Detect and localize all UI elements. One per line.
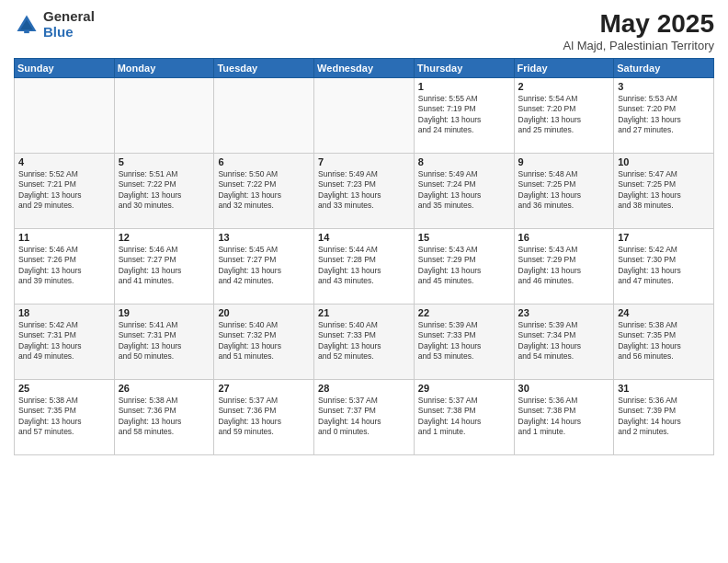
- day-info: Sunrise: 5:42 AM Sunset: 7:30 PM Dayligh…: [618, 245, 710, 287]
- calendar-title: May 2025: [563, 9, 715, 39]
- day-number: 16: [518, 232, 610, 243]
- calendar-week-4: 18Sunrise: 5:42 AM Sunset: 7:31 PM Dayli…: [15, 304, 714, 380]
- calendar-week-5: 25Sunrise: 5:38 AM Sunset: 7:35 PM Dayli…: [15, 380, 714, 455]
- day-number: 5: [119, 156, 210, 167]
- day-number: 30: [518, 383, 610, 394]
- day-info: Sunrise: 5:49 AM Sunset: 7:24 PM Dayligh…: [418, 169, 510, 212]
- calendar-cell: 27Sunrise: 5:37 AM Sunset: 7:36 PM Dayli…: [214, 380, 314, 455]
- day-number: 23: [518, 307, 610, 318]
- calendar-cell: 25Sunrise: 5:38 AM Sunset: 7:35 PM Dayli…: [15, 380, 115, 455]
- day-number: 20: [218, 307, 310, 318]
- day-number: 25: [18, 383, 110, 394]
- calendar-cell: 22Sunrise: 5:39 AM Sunset: 7:33 PM Dayli…: [414, 304, 514, 380]
- calendar-cell: 8Sunrise: 5:49 AM Sunset: 7:24 PM Daylig…: [414, 154, 514, 229]
- day-info: Sunrise: 5:39 AM Sunset: 7:33 PM Dayligh…: [418, 320, 510, 362]
- day-info: Sunrise: 5:44 AM Sunset: 7:28 PM Dayligh…: [318, 245, 410, 287]
- day-info: Sunrise: 5:43 AM Sunset: 7:29 PM Dayligh…: [418, 245, 510, 287]
- calendar-cell: 7Sunrise: 5:49 AM Sunset: 7:23 PM Daylig…: [314, 154, 415, 229]
- day-number: 13: [218, 232, 310, 243]
- day-info: Sunrise: 5:40 AM Sunset: 7:32 PM Dayligh…: [218, 320, 310, 362]
- day-number: 21: [318, 307, 410, 318]
- calendar-cell: 10Sunrise: 5:47 AM Sunset: 7:25 PM Dayli…: [614, 154, 714, 229]
- calendar-week-2: 4Sunrise: 5:52 AM Sunset: 7:21 PM Daylig…: [15, 154, 714, 229]
- day-info: Sunrise: 5:53 AM Sunset: 7:20 PM Dayligh…: [618, 94, 710, 136]
- day-info: Sunrise: 5:55 AM Sunset: 7:19 PM Dayligh…: [418, 94, 510, 136]
- day-info: Sunrise: 5:37 AM Sunset: 7:36 PM Dayligh…: [218, 396, 310, 438]
- day-info: Sunrise: 5:46 AM Sunset: 7:26 PM Dayligh…: [18, 245, 110, 287]
- day-info: Sunrise: 5:37 AM Sunset: 7:38 PM Dayligh…: [418, 396, 510, 438]
- header-row: Sunday Monday Tuesday Wednesday Thursday…: [15, 59, 714, 78]
- calendar-cell: [15, 78, 115, 154]
- day-info: Sunrise: 5:42 AM Sunset: 7:31 PM Dayligh…: [18, 320, 110, 362]
- calendar-cell: 30Sunrise: 5:36 AM Sunset: 7:38 PM Dayli…: [514, 380, 614, 455]
- calendar-cell: 3Sunrise: 5:53 AM Sunset: 7:20 PM Daylig…: [614, 78, 714, 154]
- calendar-cell: 19Sunrise: 5:41 AM Sunset: 7:31 PM Dayli…: [114, 304, 214, 380]
- day-number: 6: [218, 156, 310, 167]
- day-info: Sunrise: 5:41 AM Sunset: 7:31 PM Dayligh…: [119, 320, 210, 362]
- day-info: Sunrise: 5:48 AM Sunset: 7:25 PM Dayligh…: [518, 169, 610, 212]
- calendar-table: Sunday Monday Tuesday Wednesday Thursday…: [14, 58, 714, 455]
- day-info: Sunrise: 5:47 AM Sunset: 7:25 PM Dayligh…: [618, 169, 710, 212]
- day-number: 17: [618, 232, 710, 243]
- day-info: Sunrise: 5:37 AM Sunset: 7:37 PM Dayligh…: [318, 396, 410, 438]
- day-number: 11: [18, 232, 110, 243]
- col-saturday: Saturday: [614, 59, 714, 78]
- calendar-cell: 4Sunrise: 5:52 AM Sunset: 7:21 PM Daylig…: [15, 154, 115, 229]
- page: General Blue May 2025 Al Majd, Palestini…: [0, 0, 728, 563]
- col-wednesday: Wednesday: [314, 59, 415, 78]
- col-thursday: Thursday: [414, 59, 514, 78]
- day-number: 28: [318, 383, 410, 394]
- calendar-cell: 29Sunrise: 5:37 AM Sunset: 7:38 PM Dayli…: [414, 380, 514, 455]
- calendar-cell: 28Sunrise: 5:37 AM Sunset: 7:37 PM Dayli…: [314, 380, 415, 455]
- calendar-cell: 17Sunrise: 5:42 AM Sunset: 7:30 PM Dayli…: [614, 229, 714, 304]
- calendar-cell: 18Sunrise: 5:42 AM Sunset: 7:31 PM Dayli…: [15, 304, 115, 380]
- logo-text: General Blue: [43, 9, 95, 40]
- calendar-cell: 2Sunrise: 5:54 AM Sunset: 7:20 PM Daylig…: [514, 78, 614, 154]
- day-number: 22: [418, 307, 510, 318]
- day-info: Sunrise: 5:45 AM Sunset: 7:27 PM Dayligh…: [218, 245, 310, 287]
- day-info: Sunrise: 5:54 AM Sunset: 7:20 PM Dayligh…: [518, 94, 610, 136]
- calendar-cell: 11Sunrise: 5:46 AM Sunset: 7:26 PM Dayli…: [15, 229, 115, 304]
- col-monday: Monday: [114, 59, 214, 78]
- calendar-cell: 1Sunrise: 5:55 AM Sunset: 7:19 PM Daylig…: [414, 78, 514, 154]
- calendar-cell: 16Sunrise: 5:43 AM Sunset: 7:29 PM Dayli…: [514, 229, 614, 304]
- calendar-cell: [214, 78, 314, 154]
- calendar-subtitle: Al Majd, Palestinian Territory: [563, 39, 715, 52]
- calendar-cell: 24Sunrise: 5:38 AM Sunset: 7:35 PM Dayli…: [614, 304, 714, 380]
- calendar-week-3: 11Sunrise: 5:46 AM Sunset: 7:26 PM Dayli…: [15, 229, 714, 304]
- col-tuesday: Tuesday: [214, 59, 314, 78]
- day-number: 24: [618, 307, 710, 318]
- logo-general: General: [43, 9, 95, 25]
- day-info: Sunrise: 5:51 AM Sunset: 7:22 PM Dayligh…: [119, 169, 210, 212]
- col-sunday: Sunday: [15, 59, 115, 78]
- day-info: Sunrise: 5:36 AM Sunset: 7:39 PM Dayligh…: [618, 396, 710, 438]
- title-block: May 2025 Al Majd, Palestinian Territory: [563, 9, 715, 52]
- calendar-cell: 12Sunrise: 5:46 AM Sunset: 7:27 PM Dayli…: [114, 229, 214, 304]
- header: General Blue May 2025 Al Majd, Palestini…: [14, 9, 714, 52]
- day-number: 3: [618, 81, 710, 92]
- day-info: Sunrise: 5:52 AM Sunset: 7:21 PM Dayligh…: [18, 169, 110, 212]
- day-number: 4: [18, 156, 110, 167]
- day-info: Sunrise: 5:50 AM Sunset: 7:22 PM Dayligh…: [218, 169, 310, 212]
- calendar-cell: 31Sunrise: 5:36 AM Sunset: 7:39 PM Dayli…: [614, 380, 714, 455]
- day-info: Sunrise: 5:43 AM Sunset: 7:29 PM Dayligh…: [518, 245, 610, 287]
- day-number: 10: [618, 156, 710, 167]
- calendar-cell: 23Sunrise: 5:39 AM Sunset: 7:34 PM Dayli…: [514, 304, 614, 380]
- logo-blue: Blue: [43, 25, 95, 40]
- day-info: Sunrise: 5:38 AM Sunset: 7:35 PM Dayligh…: [18, 396, 110, 438]
- day-number: 15: [418, 232, 510, 243]
- calendar-cell: 15Sunrise: 5:43 AM Sunset: 7:29 PM Dayli…: [414, 229, 514, 304]
- day-info: Sunrise: 5:39 AM Sunset: 7:34 PM Dayligh…: [518, 320, 610, 362]
- day-number: 12: [119, 232, 210, 243]
- calendar-week-1: 1Sunrise: 5:55 AM Sunset: 7:19 PM Daylig…: [15, 78, 714, 154]
- calendar-cell: 14Sunrise: 5:44 AM Sunset: 7:28 PM Dayli…: [314, 229, 415, 304]
- day-number: 2: [518, 81, 610, 92]
- day-number: 19: [119, 307, 210, 318]
- calendar-cell: 13Sunrise: 5:45 AM Sunset: 7:27 PM Dayli…: [214, 229, 314, 304]
- day-number: 31: [618, 383, 710, 394]
- day-info: Sunrise: 5:40 AM Sunset: 7:33 PM Dayligh…: [318, 320, 410, 362]
- col-friday: Friday: [514, 59, 614, 78]
- calendar-cell: 20Sunrise: 5:40 AM Sunset: 7:32 PM Dayli…: [214, 304, 314, 380]
- day-number: 8: [418, 156, 510, 167]
- day-info: Sunrise: 5:36 AM Sunset: 7:38 PM Dayligh…: [518, 396, 610, 438]
